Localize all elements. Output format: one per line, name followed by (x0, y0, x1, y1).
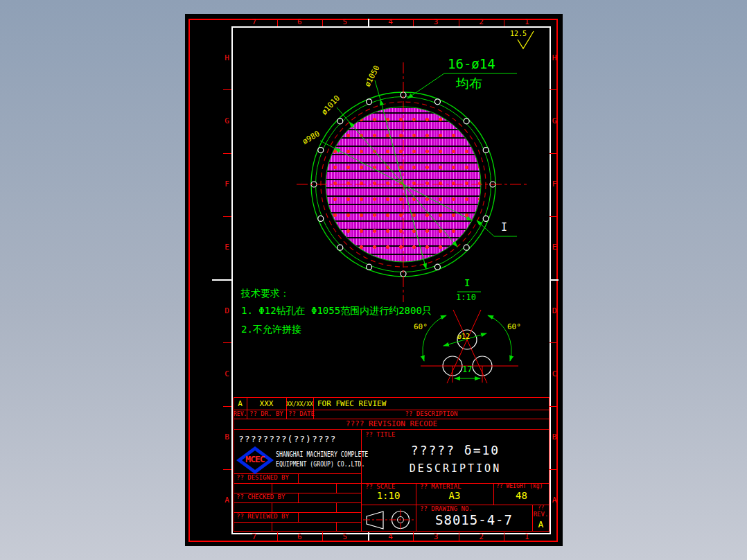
surface-finish-value: 12.5 (510, 30, 527, 37)
rev-header-description: ?? DESCRIPTION (313, 411, 550, 418)
ruler-tick-right (550, 342, 557, 343)
company-logo-text: MCEC (236, 455, 274, 464)
ruler-tick-right (550, 89, 557, 90)
ruler-tick-left (223, 406, 231, 407)
zone-row-label-right: C (550, 369, 559, 378)
title-label: ?? TITLE (365, 432, 395, 439)
zone-row-label-left: F (222, 180, 231, 189)
zone-row-label-right: B (550, 432, 559, 441)
div-shape (272, 502, 272, 512)
ruler-tick-left (223, 153, 231, 154)
ruler-tick-left (212, 279, 231, 281)
rev-cell-label: REV. (532, 511, 550, 518)
weight-label: ?? WEIGHT (kg) (496, 484, 543, 490)
ruler-tick-bottom (413, 532, 414, 541)
tube-sheet-hatch (326, 107, 481, 262)
zone-row-label-left: B (222, 432, 231, 441)
section-mark: I (501, 222, 507, 234)
zone-row-label-right: A (550, 496, 559, 505)
ruler-tick-bottom (322, 532, 323, 541)
zone-row-label-left: E (222, 243, 231, 252)
pitch-value: 17 (462, 365, 472, 374)
zone-row-label-right: G (550, 116, 559, 125)
ruler-tick-left (223, 89, 231, 90)
ruler-tick-top (322, 19, 323, 26)
tech-req-item-2: 2.不允许拼接 (241, 324, 301, 335)
ruler-tick-top (277, 19, 278, 26)
zone-column-label-top: 1 (504, 17, 550, 26)
rev-row-description: FOR FWEC REVIEW (317, 400, 386, 408)
ruler-tick-bottom (277, 532, 278, 541)
ruler-tick-right (550, 216, 557, 217)
rev-header-rev: REV. (234, 412, 247, 418)
zone-row-label-right: D (550, 306, 559, 315)
div-shape (234, 397, 550, 398)
company-name-en-1: SHANGHAI MACHINERY COMPLETE (276, 450, 368, 458)
rev-row-letter: A (234, 400, 247, 408)
zone-column-label-top: 6 (277, 17, 323, 26)
div-shape (234, 522, 361, 523)
company-name-en-2: EQUIPMENT (GROUP) CO.,LTD. (276, 460, 364, 468)
detail-hole-dia: ø12 (457, 333, 470, 340)
div-shape (298, 512, 299, 522)
zone-row-label-right: E (550, 243, 559, 252)
zone-column-label-bottom: 3 (413, 532, 459, 541)
zone-column-label-bottom: 1 (504, 532, 550, 541)
div-shape (336, 483, 337, 493)
ruler-tick-left (223, 216, 231, 217)
ruler-tick-bottom (368, 532, 369, 541)
scale-value: 1:10 (361, 491, 416, 501)
zone-column-label-top: 3 (413, 17, 459, 26)
tech-req-item-1: 1. Φ12钻孔在 Φ1055范围内进行约2800只 (241, 306, 432, 316)
zone-row-label-left: G (222, 116, 231, 125)
div-shape (234, 531, 550, 532)
ruler-tick-right (550, 153, 557, 154)
angle-label-right: 60° (507, 323, 521, 331)
ruler-tick-bottom (504, 532, 504, 541)
ruler-tick-right (550, 469, 557, 470)
drawing-title: ????? δ=10 (361, 444, 550, 457)
zone-row-label-left: A (222, 496, 231, 505)
div-shape (234, 429, 550, 430)
zone-column-label-top: 4 (368, 17, 414, 26)
cad-viewer-window: 77665544332211HHGGFFEEDDCCBBAA (0, 0, 747, 560)
detail-label: I (464, 278, 470, 288)
material-value: A3 (416, 491, 493, 501)
zone-column-label-bottom: 2 (459, 532, 504, 541)
div-shape (234, 502, 361, 503)
zone-row-label-left: D (222, 306, 231, 315)
zone-row-label-right: F (550, 180, 559, 189)
ruler-tick-top (504, 19, 504, 26)
zone-column-label-top: 2 (459, 17, 504, 26)
zone-column-label-bottom: 5 (322, 532, 368, 541)
reviewed-by-label: ?? REVIEWED BY (236, 514, 289, 520)
div-shape (272, 522, 272, 531)
ruler-tick-right (550, 279, 559, 281)
angle-label-left: 60° (414, 323, 428, 331)
rev-cell-value: A (532, 520, 550, 530)
div-shape (298, 473, 299, 483)
checked-by-label: ?? CHECKED BY (236, 494, 285, 501)
company-name-cn: ????????(??)???? (238, 435, 336, 444)
ruler-tick-top (459, 19, 459, 26)
div-shape (336, 522, 337, 531)
rev-row-by: XXX (247, 400, 286, 408)
ruler-tick-right (550, 406, 557, 407)
hole-callout: 16-ø14 (448, 57, 495, 71)
zone-row-label-left: C (222, 369, 231, 378)
rev-header-date: ?? DATE (288, 411, 315, 418)
revision-banner: ???? REVISION RECODE (234, 420, 550, 428)
ruler-tick-left (223, 469, 231, 470)
zone-row-label-left: H (222, 53, 231, 62)
ruler-tick-bottom (459, 532, 459, 541)
drawing-subtitle: DESCRIPTION (361, 463, 550, 475)
div-shape (336, 502, 337, 512)
paper-border (231, 26, 551, 534)
rev-header-by: ?? DR. BY (249, 411, 283, 418)
detail-scale: 1:10 (456, 293, 476, 302)
rev-row-date: XX/XX/XX (286, 402, 313, 408)
weight-value: 48 (493, 491, 550, 501)
ruler-tick-top (413, 19, 414, 26)
zone-column-label-bottom: 7 (231, 532, 277, 541)
zone-column-label-bottom: 6 (277, 532, 323, 541)
